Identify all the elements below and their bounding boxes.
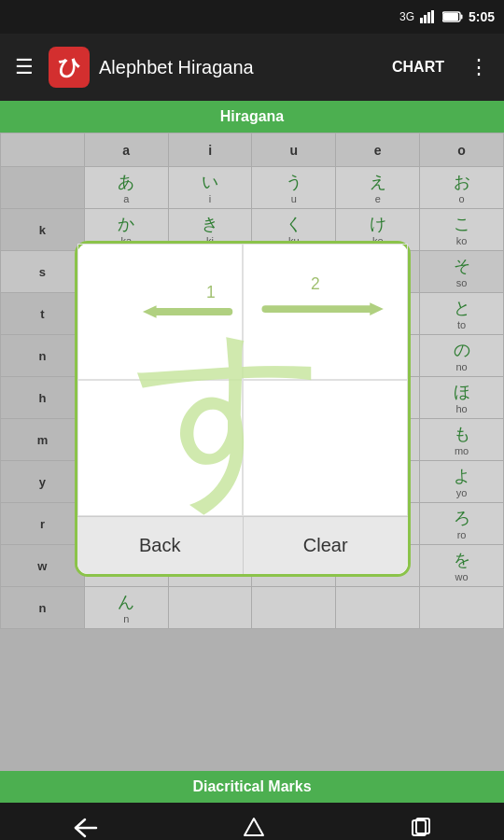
app-logo: ひ (49, 47, 90, 88)
drawing-overlay: 1 2 す Back Clear (75, 241, 411, 577)
row-header: n (1, 587, 85, 629)
table-row: n んn (1, 587, 504, 629)
app-bar: ☰ ひ Alephbet Hiragana CHART ⋮ (0, 34, 504, 101)
col-header-empty (1, 133, 85, 167)
main-content: Hiragana a i u e o あa いi うu えe おo (0, 101, 504, 803)
table-cell[interactable]: いi (168, 167, 252, 209)
svg-text:1: 1 (206, 283, 216, 301)
table-row: あa いi うu えe おo (1, 167, 504, 209)
svg-text:2: 2 (311, 274, 320, 293)
table-cell[interactable]: あa (84, 167, 168, 209)
svg-rect-6 (443, 13, 458, 21)
table-cell[interactable]: ろro (420, 503, 504, 545)
table-cell[interactable]: えe (336, 167, 420, 209)
drawing-canvas[interactable]: 1 2 す (77, 244, 408, 516)
svg-rect-3 (431, 10, 434, 23)
table-cell[interactable]: のno (420, 335, 504, 377)
svg-rect-0 (420, 18, 423, 23)
hamburger-button[interactable]: ☰ (9, 49, 39, 85)
col-header-o: o (420, 133, 504, 167)
row-header: n (1, 335, 85, 377)
signal-icon: 3G (399, 10, 414, 23)
svg-text:す: す (133, 310, 329, 516)
col-header-u: u (252, 133, 336, 167)
col-header-i: i (168, 133, 252, 167)
table-cell[interactable]: うu (252, 167, 336, 209)
app-title: Alephbet Hiragana (99, 57, 373, 78)
chart-button[interactable]: CHART (383, 53, 454, 81)
table-cell[interactable]: とto (420, 293, 504, 335)
row-header: w (1, 545, 85, 587)
drawing-buttons: Back Clear (77, 516, 408, 574)
battery-icon (442, 11, 463, 22)
su-character-svg: 1 2 す (77, 244, 408, 516)
row-header: k (1, 209, 85, 251)
nav-bar (0, 803, 504, 840)
back-nav-button[interactable] (53, 810, 117, 840)
row-header: s (1, 251, 85, 293)
row-header: y (1, 461, 85, 503)
table-cell[interactable] (336, 587, 420, 629)
diacritical-marks-header: Diacritical Marks (0, 771, 504, 803)
table-cell[interactable]: そso (420, 251, 504, 293)
back-button[interactable]: Back (77, 517, 244, 574)
row-header: t (1, 293, 85, 335)
recents-nav-button[interactable] (391, 809, 451, 840)
row-header: r (1, 503, 85, 545)
signal-bars-icon (420, 10, 437, 23)
table-header: Hiragana (0, 101, 504, 133)
home-nav-button[interactable] (224, 809, 284, 840)
time-display: 5:05 (469, 9, 495, 24)
row-header: h (1, 377, 85, 419)
table-cell[interactable] (420, 587, 504, 629)
table-cell[interactable]: おo (420, 167, 504, 209)
table-cell[interactable]: もmo (420, 419, 504, 461)
table-cell[interactable]: よyo (420, 461, 504, 503)
svg-marker-12 (370, 302, 384, 315)
table-cell[interactable] (168, 587, 252, 629)
svg-marker-15 (245, 819, 263, 835)
row-header: m (1, 419, 85, 461)
svg-rect-1 (424, 15, 427, 23)
table-cell[interactable]: ほho (420, 377, 504, 419)
svg-rect-2 (427, 12, 430, 23)
status-bar: 3G 5:05 (0, 0, 504, 34)
table-cell[interactable]: をwo (420, 545, 504, 587)
svg-rect-5 (460, 15, 462, 20)
overflow-menu-button[interactable]: ⋮ (463, 49, 495, 85)
col-header-e: e (336, 133, 420, 167)
clear-button[interactable]: Clear (244, 517, 409, 574)
table-cell[interactable]: んn (84, 587, 168, 629)
row-header (1, 167, 85, 209)
col-header-a: a (84, 133, 168, 167)
table-cell[interactable]: こko (420, 209, 504, 251)
table-cell[interactable] (252, 587, 336, 629)
